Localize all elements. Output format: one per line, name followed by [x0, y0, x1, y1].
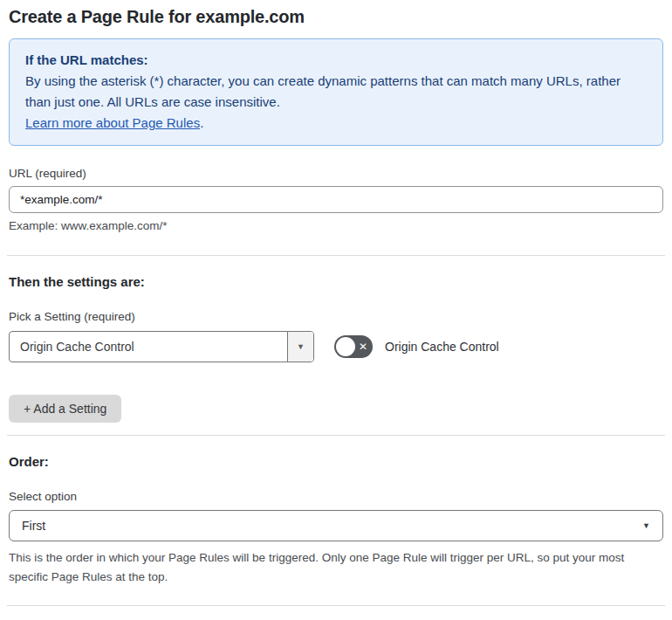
order-help-text: This is the order in which your Page Rul…: [9, 548, 663, 587]
order-section-heading: Order:: [9, 454, 663, 469]
divider: [7, 255, 665, 256]
url-match-info-box: If the URL matches: By using the asteris…: [9, 38, 663, 146]
order-select[interactable]: First ▼: [9, 510, 663, 541]
chevron-down-icon: ▼: [642, 521, 650, 530]
toggle-knob: [336, 337, 355, 356]
page-title: Create a Page Rule for example.com: [9, 0, 663, 27]
origin-cache-control-toggle[interactable]: ✕: [334, 335, 373, 358]
toggle-off-x-icon: ✕: [359, 335, 367, 358]
divider: [7, 435, 665, 436]
info-box-link-line: Learn more about Page Rules.: [25, 113, 647, 134]
toggle-label: Origin Cache Control: [385, 340, 499, 354]
setting-row: Origin Cache Control ▼ ✕ Origin Cache Co…: [9, 331, 663, 362]
order-select-label: Select option: [9, 490, 663, 503]
setting-select[interactable]: Origin Cache Control ▼: [9, 331, 314, 362]
setting-select-arrow-box[interactable]: ▼: [287, 332, 313, 362]
url-label: URL (required): [9, 167, 663, 180]
setting-select-value: Origin Cache Control: [10, 332, 287, 362]
divider: [7, 605, 665, 606]
url-example-text: Example: www.example.com/*: [9, 219, 663, 232]
pick-setting-label: Pick a Setting (required): [9, 310, 663, 323]
settings-section-heading: Then the settings are:: [9, 274, 663, 289]
order-select-value: First: [22, 519, 45, 533]
info-box-heading: If the URL matches:: [25, 50, 647, 71]
url-input[interactable]: [9, 186, 663, 213]
add-setting-button[interactable]: + Add a Setting: [9, 395, 121, 423]
link-period: .: [200, 115, 203, 130]
chevron-down-icon: ▼: [297, 342, 305, 351]
page-rule-form: Create a Page Rule for example.com If th…: [0, 0, 672, 620]
info-box-body: By using the asterisk (*) character, you…: [25, 71, 647, 113]
learn-more-link[interactable]: Learn more about Page Rules: [25, 115, 200, 130]
